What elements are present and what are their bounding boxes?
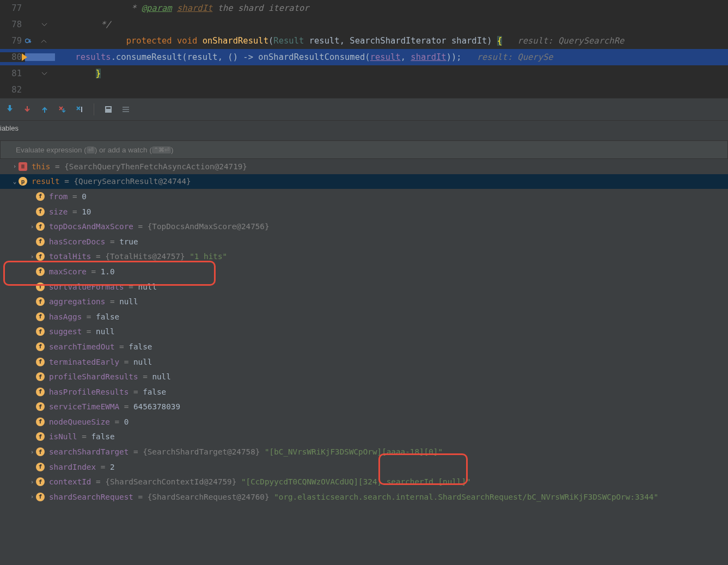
chevron-right-icon[interactable]: ›	[11, 163, 19, 170]
svg-rect-4	[123, 107, 129, 108]
field-icon: f	[36, 222, 45, 231]
var-row-suggest[interactable]: fsuggest = null	[0, 324, 728, 340]
chevron-right-icon[interactable]: ›	[28, 223, 36, 230]
field-icon: f	[36, 237, 45, 246]
field-icon: f	[36, 342, 45, 351]
fold-end-icon[interactable]	[41, 22, 47, 28]
field-icon: f	[36, 477, 45, 486]
var-row-searchTimedOut[interactable]: fsearchTimedOut = false	[0, 339, 728, 354]
var-row-shardSearchRequest[interactable]: ›fshardSearchRequest = {ShardSearchReque…	[0, 489, 728, 505]
field-icon: f	[36, 312, 45, 321]
chevron-down-icon[interactable]: ⌄	[11, 178, 19, 185]
var-row-hasAggs[interactable]: fhasAggs = false	[0, 309, 728, 324]
field-icon: f	[36, 432, 45, 441]
gutter[interactable]	[25, 37, 55, 45]
var-row-aggregations[interactable]: faggregations = null	[0, 294, 728, 309]
run-to-cursor-icon[interactable]	[75, 105, 84, 114]
var-row-maxScore[interactable]: fmaxScore = 1.0	[0, 264, 728, 279]
var-row-result[interactable]: ⌄ p result = {QuerySearchResult@24744}	[0, 174, 728, 189]
svg-point-0	[26, 39, 29, 43]
step-into-icon[interactable]	[23, 105, 32, 114]
var-row-hasScoreDocs[interactable]: fhasScoreDocs = true	[0, 234, 728, 249]
variables-tree[interactable]: › ≡ this = {SearchQueryThenFetchAsyncAct…	[0, 159, 728, 565]
drop-frame-icon[interactable]	[58, 105, 66, 114]
svg-rect-1	[81, 107, 82, 112]
field-icon: f	[36, 358, 45, 366]
field-icon: f	[36, 192, 45, 201]
gutter[interactable]	[25, 53, 55, 61]
var-row-this[interactable]: › ≡ this = {SearchQueryThenFetchAsyncAct…	[0, 159, 728, 174]
field-icon: f	[36, 388, 45, 396]
line-number: 79	[0, 36, 25, 46]
gutter[interactable]	[25, 22, 55, 28]
var-row-serviceTimeEWMA[interactable]: fserviceTimeEWMA = 6456378039	[0, 400, 728, 415]
var-row-topDocsAndMaxScore[interactable]: ›ftopDocsAndMaxScore = {TopDocsAndMaxSco…	[0, 219, 728, 234]
field-icon: f	[36, 327, 45, 336]
field-icon: f	[36, 297, 45, 306]
line-number: 77	[0, 3, 25, 13]
watch-input[interactable]: Evaluate expression (⏎) or add a watch (…	[0, 140, 728, 159]
debug-toolbar	[0, 98, 728, 121]
var-row-shardIndex[interactable]: fshardIndex = 2	[0, 459, 728, 475]
line-number: 78	[0, 20, 25, 29]
step-over-icon[interactable]	[5, 105, 14, 114]
trace-icon[interactable]	[121, 105, 130, 114]
svg-rect-2	[105, 106, 112, 113]
evaluate-icon[interactable]	[104, 105, 113, 114]
svg-rect-6	[123, 111, 129, 112]
fold-end-icon[interactable]	[41, 71, 47, 77]
field-icon: f	[36, 417, 45, 426]
var-row-size[interactable]: fsize = 10	[0, 204, 728, 219]
field-icon: f	[36, 463, 45, 471]
var-row-terminatedEarly[interactable]: fterminatedEarly = null	[0, 354, 728, 370]
svg-rect-5	[123, 109, 129, 110]
field-icon: f	[36, 207, 45, 216]
var-row-sortValueFormats[interactable]: fsortValueFormats = null	[0, 279, 728, 294]
var-row-from[interactable]: ffrom = 0	[0, 189, 728, 204]
var-row-profileShardResults[interactable]: fprofileShardResults = null	[0, 369, 728, 384]
line-number: 82	[0, 85, 25, 95]
field-icon: f	[36, 252, 45, 261]
override-icon[interactable]	[25, 37, 33, 45]
chevron-right-icon[interactable]: ›	[28, 449, 36, 456]
chevron-right-icon[interactable]: ›	[28, 478, 36, 486]
field-icon: f	[36, 267, 45, 276]
param-icon: p	[19, 177, 27, 186]
var-row-nodeQueueSize[interactable]: fnodeQueueSize = 0	[0, 414, 728, 429]
var-row-isNull[interactable]: fisNull = false	[0, 429, 728, 445]
field-icon: f	[36, 402, 45, 411]
var-row-totalHits[interactable]: ›ftotalHits = {TotalHits@24757} "1 hits"	[0, 249, 728, 265]
chevron-right-icon[interactable]: ›	[28, 493, 36, 500]
caret: {	[497, 36, 502, 46]
debug-tab-label[interactable]: iables	[0, 121, 728, 140]
field-icon: f	[36, 372, 45, 381]
var-row-hasProfileResults[interactable]: fhasProfileResults = false	[0, 384, 728, 400]
field-icon: f	[36, 493, 45, 501]
exec-pointer-icon	[22, 53, 27, 61]
var-row-searchShardTarget[interactable]: ›fsearchShardTarget = {SearchShardTarget…	[0, 444, 728, 459]
field-icon: f	[36, 282, 45, 291]
chevron-right-icon[interactable]: ›	[28, 253, 36, 260]
svg-rect-3	[106, 107, 111, 109]
toolbar-separator	[94, 103, 94, 115]
line-number: 81	[0, 69, 25, 78]
object-icon: ≡	[19, 162, 27, 171]
field-icon: f	[36, 447, 45, 456]
code-editor[interactable]: 77 * @param shardIt the shard iterator 7…	[0, 0, 728, 98]
gutter[interactable]	[25, 71, 55, 77]
fold-start-icon[interactable]	[41, 38, 47, 44]
step-out-icon[interactable]	[40, 105, 49, 114]
var-row-contextId[interactable]: ›fcontextId = {ShardSearchContextId@2475…	[0, 474, 728, 489]
